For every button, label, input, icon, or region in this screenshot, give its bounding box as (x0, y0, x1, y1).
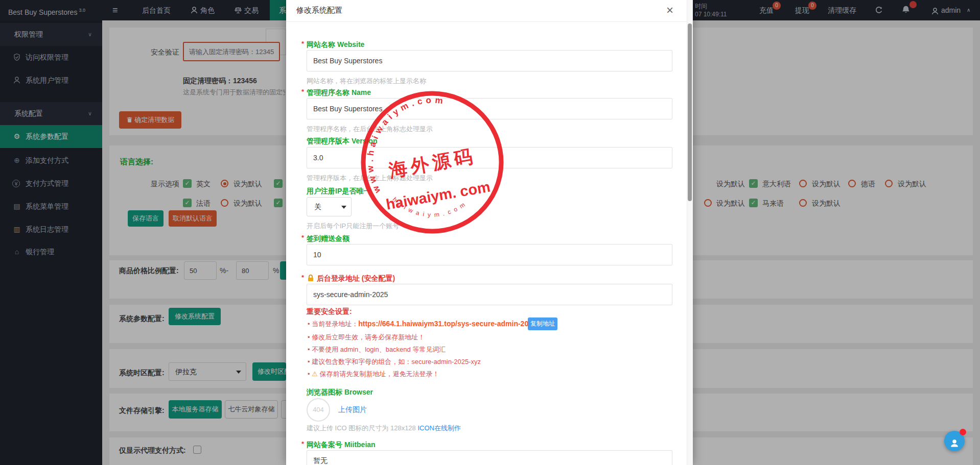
security-notice-title: 重要安全设置: (307, 307, 352, 316)
chat-red-dot (960, 429, 966, 435)
app-name-input[interactable] (307, 98, 672, 119)
signin-amount-label: *签到赠送金额 (301, 234, 349, 243)
website-input[interactable] (307, 50, 672, 71)
ip-unique-hint: 开启后每个IP只能注册一个账号 (307, 222, 399, 231)
warning-icon: ⚠ (312, 370, 318, 378)
admin-url-input[interactable] (307, 284, 672, 305)
version-label: 管理程序版本 Version (307, 137, 377, 146)
select-caret-icon (341, 206, 346, 209)
upload-image-link[interactable]: 上传图片 (338, 405, 367, 414)
website-label: *网站名称 Website (301, 40, 364, 50)
signin-amount-input[interactable] (307, 244, 672, 265)
security-tip: • 建议包含数字和字母的组合，如：secure-admin-2025-xyz (308, 357, 481, 366)
website-hint: 网站名称，将在浏览器的标签上显示名称 (307, 77, 426, 86)
modal-title: 修改系统配置 (296, 6, 342, 15)
browser-icon-hint: 建议上传 ICO 图标的尺寸为 128x128 ICON在线制作 (307, 424, 461, 433)
admin-url-label: * 后台登录地址 (安全配置) (301, 274, 395, 283)
favicon-404-placeholder: 404 (307, 398, 330, 422)
app-name-label: *管理程序名称 Name (301, 88, 371, 97)
miitbeian-label: *网站备案号 Miitbeian (301, 440, 376, 450)
browser-icon-label: 浏览器图标 Browser (307, 388, 373, 397)
modal-scrollbar-thumb[interactable] (688, 23, 692, 201)
icon-maker-link[interactable]: ICON在线制作 (417, 424, 461, 432)
modal-header-divider (286, 21, 693, 22)
lock-icon (307, 274, 315, 282)
security-tip: • 修改后立即生效，请务必保存新地址！ (308, 333, 425, 342)
version-hint: 管理程序版本，在后台左上角标题处理显示 (307, 174, 433, 183)
app-name-hint: 管理程序名称，在后台左上角标志处理显示 (307, 125, 433, 134)
security-tip: • 不要使用 admin、login、backend 等常见词汇 (308, 345, 446, 354)
ip-unique-label: 用户注册IP是否唯一 (307, 187, 370, 196)
version-input[interactable] (307, 147, 672, 168)
support-chat-icon (949, 438, 960, 448)
ip-unique-select[interactable]: 关 (307, 197, 352, 216)
current-login-url: https://664.1.haiwaiym31.top/sys-secure-… (358, 320, 536, 328)
close-icon[interactable]: × (666, 3, 673, 18)
screen: Best Buy Superstores3.0 ≡ 后台首页 角色 交易 系 时… (0, 0, 980, 465)
miitbeian-input[interactable] (307, 450, 672, 465)
copy-url-button[interactable]: 复制地址 (528, 317, 557, 330)
security-tip-warning: • ⚠ 保存前请先复制新地址，避免无法登录！ (308, 370, 439, 379)
current-login-url-row: • 当前登录地址：https://664.1.haiwaiym31.top/sy… (308, 320, 536, 329)
modal-modify-system-config: 修改系统配置 × *网站名称 Website 网站名称，将在浏览器的标签上显示名… (286, 0, 693, 465)
